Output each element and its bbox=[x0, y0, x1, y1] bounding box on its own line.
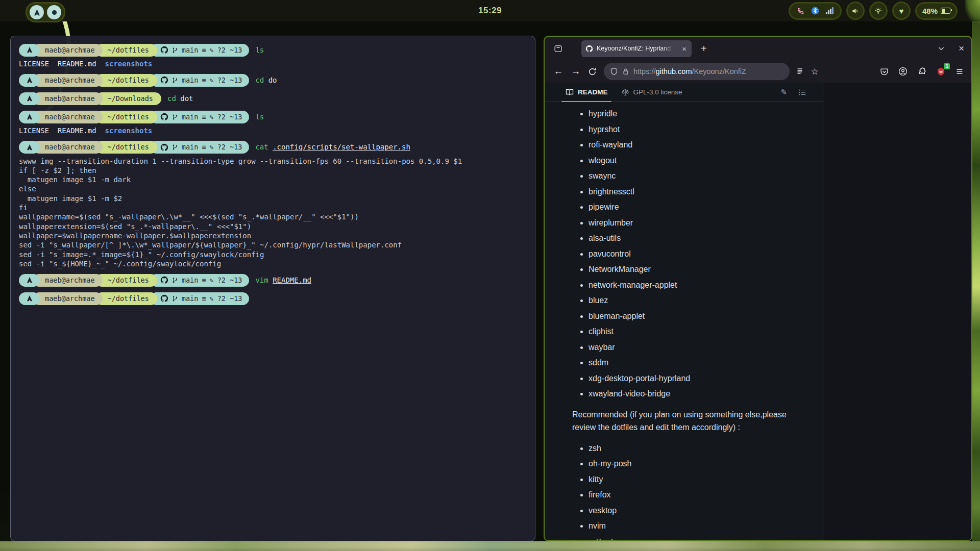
pocket-icon[interactable] bbox=[876, 64, 892, 79]
speaker-icon bbox=[851, 7, 859, 15]
readme-column: README GPL-3.0 license ✎ bbox=[545, 83, 823, 540]
prompt-user-segment: maeb@archmae bbox=[33, 274, 103, 287]
browser-tab[interactable]: Keyoonz/KonfiZ: Hyprland × bbox=[581, 40, 692, 57]
battery-percent: 48% bbox=[922, 7, 938, 15]
recommended-item: oh-my-posh bbox=[572, 456, 823, 472]
prompt-user-segment: maeb@archmae bbox=[33, 44, 103, 57]
ublock-icon[interactable]: 1 bbox=[933, 64, 948, 79]
wallpaper-corner-leaf bbox=[965, 0, 980, 23]
terminal-prompt-line: maeb@archmae~/Downloadscd dot bbox=[19, 92, 527, 105]
terminal-output-line: wallpapername=$(sed "s_-wallpaper\.\w*__… bbox=[19, 212, 527, 221]
reader-mode-icon[interactable] bbox=[792, 64, 807, 79]
github-favicon bbox=[585, 45, 593, 53]
workspace-button-dot[interactable] bbox=[47, 5, 61, 19]
volume-button[interactable] bbox=[846, 2, 865, 20]
terminal-command: cd do bbox=[255, 76, 277, 85]
edit-readme-pencil-icon[interactable]: ✎ bbox=[780, 88, 787, 97]
package-item: pavucontrol bbox=[572, 246, 823, 262]
github-octocat-icon bbox=[160, 46, 168, 54]
prompt-directory-segment: ~/dotfiles bbox=[95, 44, 157, 57]
recommended-list: zshoh-my-poshkittyfirefoxvesktopnvim bbox=[545, 441, 823, 534]
git-branch-icon bbox=[172, 144, 178, 151]
signal-strength-icon bbox=[826, 7, 834, 14]
arch-logo-icon bbox=[19, 44, 40, 57]
prompt-directory-segment: ~/dotfiles bbox=[95, 141, 157, 154]
terminal-command: ls bbox=[255, 45, 264, 55]
window-close-icon[interactable]: × bbox=[959, 43, 964, 54]
prompt-git-segment: main≡✎?2 ~13 bbox=[150, 274, 250, 287]
package-item: blueman-applet bbox=[572, 309, 823, 324]
terminal-output-line: sed -i "s_${HOME}_~_" ~/.config/swaylock… bbox=[19, 259, 527, 268]
workspace-dot-icon bbox=[52, 10, 57, 15]
page-content: README GPL-3.0 license ✎ bbox=[545, 83, 971, 540]
recommended-note: Recommended (if you plan on using someth… bbox=[572, 408, 823, 434]
license-label: GPL-3.0 license bbox=[633, 88, 682, 96]
new-tab-button[interactable]: + bbox=[701, 43, 707, 55]
github-octocat-icon bbox=[160, 276, 168, 284]
prompt-user-segment: maeb@archmae bbox=[33, 292, 103, 305]
tracking-shield-icon bbox=[610, 67, 618, 76]
url-bar[interactable]: https://github.com/Keyoonz/KonfiZ bbox=[604, 63, 790, 80]
back-button[interactable]: ← bbox=[550, 66, 567, 77]
firefox-view-button[interactable] bbox=[551, 41, 565, 56]
prompt-user-segment: maeb@archmae bbox=[33, 111, 103, 123]
git-edit-pencil-icon: ✎ bbox=[209, 294, 213, 303]
terminal-output-line: matugen image $1 -m $2 bbox=[19, 194, 527, 203]
desktop: 15:29 bbox=[0, 0, 980, 551]
prompt-directory-segment: ~/dotfiles bbox=[95, 274, 157, 287]
git-edit-pencil-icon: ✎ bbox=[209, 112, 213, 121]
terminal-command: vim README.md bbox=[255, 276, 311, 285]
prompt-git-segment: main≡✎?2 ~13 bbox=[150, 44, 250, 57]
terminal-output-line: LICENSE README.md screenshots bbox=[19, 59, 527, 68]
list-tabs-chevron-icon[interactable] bbox=[937, 44, 945, 53]
package-list: hypridlehyprshotrofi-waylandwlogoutswayn… bbox=[545, 106, 823, 402]
ublock-badge: 1 bbox=[944, 63, 950, 69]
book-icon bbox=[566, 88, 574, 96]
outline-list-icon[interactable] bbox=[798, 88, 806, 96]
arch-logo-icon bbox=[19, 274, 40, 287]
phone-icon bbox=[797, 7, 804, 15]
package-item: brightnessctl bbox=[572, 184, 823, 200]
tab-license[interactable]: GPL-3.0 license bbox=[621, 88, 682, 96]
prompt-user-segment: maeb@archmae bbox=[33, 141, 103, 154]
workspace-button-arch[interactable] bbox=[30, 5, 44, 19]
battery-module[interactable]: 48% bbox=[915, 2, 958, 20]
reload-button[interactable] bbox=[584, 64, 600, 79]
package-item: bluez bbox=[572, 293, 823, 309]
tray-pill[interactable] bbox=[789, 2, 842, 20]
forward-button[interactable]: → bbox=[567, 66, 584, 77]
tab-close-icon[interactable]: × bbox=[681, 44, 688, 53]
hamburger-menu-icon[interactable]: ≡ bbox=[952, 64, 967, 79]
prompt-git-segment: main≡✎?2 ~13 bbox=[150, 292, 250, 305]
terminal-prompt-line: maeb@archmae~/dotfilesmain≡✎?2 ~13cat .c… bbox=[19, 141, 527, 154]
readme-header: README GPL-3.0 license ✎ bbox=[545, 83, 823, 102]
terminal-window[interactable]: maeb@archmae~/dotfilesmain≡✎?2 ~13lsLICE… bbox=[10, 36, 535, 541]
terminal-output-line: matugen image $1 -m dark bbox=[19, 175, 527, 184]
terminal-output-line: if [ -z $2 ]; then bbox=[19, 166, 527, 175]
wallpaper-foliage-right bbox=[972, 0, 980, 551]
terminal-output-line: LICENSE README.md screenshots bbox=[19, 126, 527, 135]
brightness-button[interactable] bbox=[869, 2, 888, 20]
prompt-git-segment: main≡✎?2 ~13 bbox=[150, 74, 250, 87]
recommended-item: nvim bbox=[572, 518, 823, 534]
package-item: alsa-utils bbox=[572, 231, 823, 246]
favorites-button[interactable]: ♥ bbox=[892, 2, 911, 20]
arch-logo-icon bbox=[19, 74, 40, 87]
terminal-prompt-line: maeb@archmae~/dotfilesmain≡✎?2 ~13vim RE… bbox=[19, 273, 527, 287]
tab-readme[interactable]: README bbox=[566, 88, 608, 96]
prompt-directory-segment: ~/Downloads bbox=[95, 92, 161, 105]
terminal-output-line: else bbox=[19, 184, 527, 193]
package-item: pipewire bbox=[572, 199, 823, 215]
git-edit-pencil-icon: ✎ bbox=[209, 276, 213, 285]
terminal-output-line: wallpaper=$wallpapername-wallpaper.$wall… bbox=[19, 231, 527, 240]
battery-icon bbox=[941, 8, 950, 14]
installation-heading-link[interactable]: Installation bbox=[572, 538, 823, 541]
prompt-user-segment: maeb@archmae bbox=[33, 74, 103, 87]
git-branch-icon bbox=[172, 295, 178, 302]
terminal-prompt-line: maeb@archmae~/dotfilesmain≡✎?2 ~13 bbox=[19, 292, 527, 305]
account-icon[interactable] bbox=[895, 64, 911, 79]
bookmark-star-icon[interactable]: ☆ bbox=[807, 64, 822, 79]
wallpaper-ground bbox=[0, 541, 980, 551]
extensions-puzzle-icon[interactable] bbox=[914, 64, 929, 79]
package-item: NetworkManager bbox=[572, 262, 823, 278]
